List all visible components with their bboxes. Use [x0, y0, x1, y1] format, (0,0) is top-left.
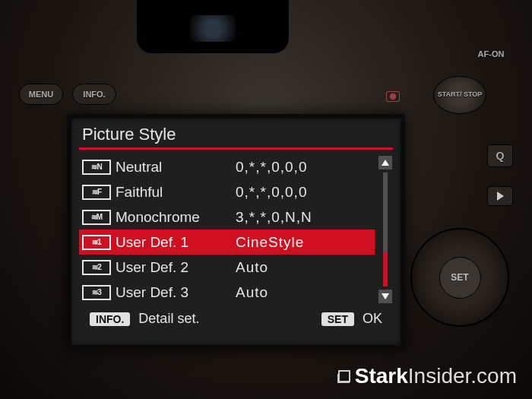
picture-style-name: Monochrome [116, 209, 236, 226]
control-dial[interactable]: SET [410, 228, 509, 327]
picture-style-name: User Def. 3 [116, 284, 236, 301]
menu-button[interactable]: MENU [19, 84, 63, 105]
picture-style-list: ≋NNeutral0,*,*,0,0,0≋FFaithful0,*,*,0,0,… [79, 154, 375, 305]
detail-set-label: Detail set. [138, 311, 199, 326]
watermark-suffix: .com [470, 364, 517, 388]
picture-style-value: Auto [236, 284, 375, 301]
scrollbar[interactable] [378, 154, 393, 305]
watermark: StarkInsider.com [338, 364, 517, 388]
picture-style-value: CineStyle [236, 234, 375, 251]
af-on-button[interactable]: AF-ON [473, 46, 509, 62]
picture-style-row[interactable]: ≋2User Def. 2Auto [79, 255, 375, 280]
picture-style-name: User Def. 1 [116, 234, 236, 251]
picture-style-row[interactable]: ≋MMonochrome3,*,*,0,N,N [79, 204, 375, 230]
record-indicator-icon [386, 91, 400, 102]
set-key-chip: SET [321, 312, 354, 326]
picture-style-value: Auto [236, 259, 375, 276]
picture-style-icon: ≋N [82, 160, 111, 175]
scroll-track [383, 173, 388, 287]
playback-button[interactable] [487, 186, 513, 206]
picture-style-name: User Def. 2 [116, 259, 236, 276]
picture-style-row[interactable]: ≋FFaithful0,*,*,0,0,0 [79, 179, 375, 204]
watermark-icon [338, 370, 350, 382]
scroll-up-icon[interactable] [378, 156, 392, 169]
footer-ok-hint: SET OK [321, 311, 382, 327]
picture-style-row[interactable]: ≋NNeutral0,*,*,0,0,0 [79, 154, 375, 179]
picture-style-icon: ≋2 [82, 260, 111, 275]
q-button[interactable]: Q [487, 144, 513, 167]
picture-style-icon: ≋F [82, 185, 111, 200]
viewfinder [137, 0, 289, 53]
title-underline [79, 147, 393, 150]
picture-style-icon: ≋1 [82, 235, 111, 250]
picture-style-row[interactable]: ≋3User Def. 3Auto [79, 280, 375, 305]
start-stop-button[interactable]: START/ STOP [433, 76, 486, 114]
menu-title: Picture Style [79, 125, 393, 147]
picture-style-value: 0,*,*,0,0,0 [236, 159, 375, 176]
picture-style-name: Neutral [116, 159, 236, 176]
watermark-brand-light: Insider [408, 364, 471, 388]
picture-style-row[interactable]: ≋1User Def. 1CineStyle [79, 230, 375, 255]
picture-style-value: 0,*,*,0,0,0 [236, 184, 375, 201]
picture-style-value: 3,*,*,0,N,N [236, 209, 375, 226]
picture-style-icon: ≋M [82, 210, 111, 225]
footer-detail-hint: INFO. Detail set. [90, 311, 199, 327]
lcd-screen: Picture Style ≋NNeutral0,*,*,0,0,0≋FFait… [67, 114, 405, 350]
picture-style-icon: ≋3 [82, 285, 111, 300]
info-button[interactable]: INFO. [72, 84, 116, 105]
scroll-thumb[interactable] [383, 252, 388, 287]
ok-label: OK [363, 311, 382, 326]
info-key-chip: INFO. [90, 312, 130, 326]
menu-footer: INFO. Detail set. SET OK [79, 305, 393, 327]
picture-style-name: Faithful [116, 184, 236, 201]
watermark-brand-bold: Stark [355, 364, 408, 388]
scroll-down-icon[interactable] [378, 290, 392, 303]
set-button[interactable]: SET [439, 257, 481, 299]
